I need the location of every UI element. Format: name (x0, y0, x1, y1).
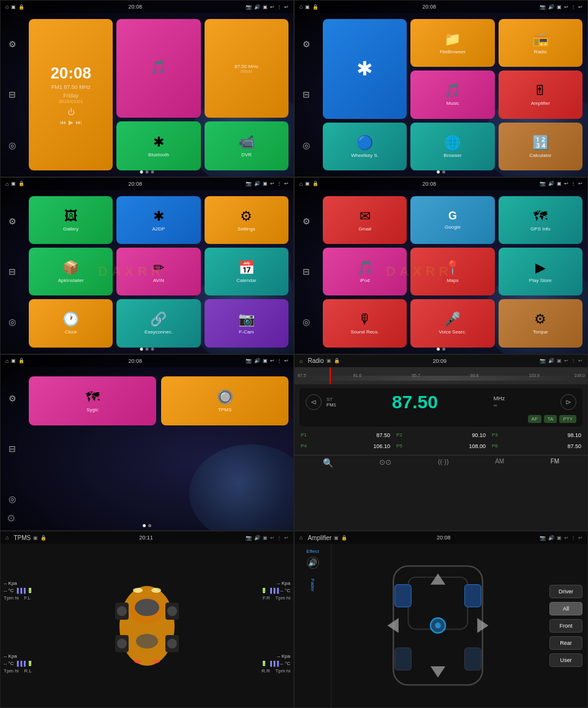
music-tile[interactable]: 🎵 (116, 19, 200, 118)
home-icon-p2[interactable]: ⌂ (300, 4, 303, 10)
home-icon-p1[interactable]: ⌂ (6, 4, 9, 10)
rear-btn[interactable]: Rear (549, 636, 582, 650)
rds-btn[interactable]: ((·)) (438, 458, 449, 468)
nav-location-p4[interactable]: ◎ (298, 313, 315, 330)
maps-tile[interactable]: 📍 Maps (410, 248, 494, 295)
pty-btn[interactable]: PTY (559, 415, 576, 423)
nav-location-p1[interactable]: ◎ (4, 137, 21, 154)
user-btn[interactable]: User (549, 653, 582, 667)
preset-p4[interactable]: P4 106.10 (298, 441, 393, 451)
nav-location-p5[interactable]: ◎ (4, 490, 21, 508)
nav-location-p3[interactable]: ◎ (4, 313, 21, 330)
calculator-tile[interactable]: 🔢 Calculator (499, 123, 582, 170)
clock-date: 2016/01/01 (59, 99, 83, 104)
gmail-tile[interactable]: ✉ Gmail (323, 196, 407, 244)
prev-btn[interactable]: ⏮ (60, 119, 66, 126)
dots-bar-p4 (437, 348, 445, 351)
bt-big-tile[interactable]: ✱ (323, 19, 407, 119)
radio-fm-label: FM1 (326, 402, 336, 408)
nav-settings-p5[interactable]: ⚙ (4, 390, 21, 407)
dvr-label: DVR (241, 152, 252, 158)
nav-sliders-p4[interactable]: ⊟ (298, 263, 315, 280)
filebrowser-tile[interactable]: 📁 FileBrowser (410, 19, 494, 67)
dvr-tile[interactable]: 📹 DVR (205, 121, 288, 170)
am-btn[interactable]: AM (495, 458, 504, 468)
radio-tile-p2[interactable]: 📻 Radio (499, 19, 582, 67)
nav-settings-p2[interactable]: ⚙ (298, 36, 315, 53)
preset-p2[interactable]: P2 90.10 (394, 430, 488, 440)
af-btn[interactable]: AF (528, 415, 541, 423)
nav-settings-p4[interactable]: ⚙ (298, 213, 315, 230)
effect-icon[interactable]: 🔊 (307, 557, 319, 569)
easyconnect-tile[interactable]: 🔗 Easyconnec. (116, 299, 200, 347)
preset-p6[interactable]: P6 87.50 (489, 441, 584, 451)
nav-sliders-p2[interactable]: ⊟ (298, 86, 315, 103)
power-btn[interactable]: ⏻ (67, 108, 75, 116)
nav-settings-p3[interactable]: ⚙ (4, 213, 21, 230)
tpms-app-tile[interactable]: 🔘 TPMS (161, 376, 288, 425)
play-btn[interactable]: ▶ (69, 119, 74, 126)
preset-p1[interactable]: P1 87.50 (298, 430, 393, 440)
back-icon-p1[interactable]: ↩ (284, 4, 288, 10)
soundrec-tile[interactable]: 🎙 Sound Reco. (323, 299, 407, 347)
fcam-tile[interactable]: 📷 F-Cam (205, 299, 288, 347)
all-btn[interactable]: All (549, 602, 582, 615)
gallery-tile[interactable]: 🖼 Gallery (29, 196, 113, 244)
nav-sliders-p5[interactable]: ⊟ (4, 440, 21, 457)
dots-bar-p3 (140, 348, 154, 351)
front-btn[interactable]: Front (549, 619, 582, 633)
home-icon-p4[interactable]: ⌂ (300, 181, 303, 187)
next-radio-btn[interactable]: ⊳ (560, 394, 576, 410)
nav-settings-p1[interactable]: ⚙ (4, 36, 21, 53)
google-tile[interactable]: G Google (410, 196, 494, 244)
sygic-tile[interactable]: 🗺 Sygic (29, 376, 156, 425)
side-nav-p5: ⚙ ⊟ ◎ (1, 367, 24, 531)
home-icon-p5[interactable]: ⌂ (6, 358, 9, 364)
home-icon-p3[interactable]: ⌂ (6, 181, 9, 187)
amplifier-tile[interactable]: 🎚 Amplifier (499, 70, 582, 118)
avin-tile[interactable]: ✏ AVIN (116, 248, 200, 295)
settings-tile[interactable]: ⚙ Settings (205, 196, 288, 244)
bluetooth-tile[interactable]: ✱ Bluetooth (116, 121, 200, 170)
fm-btn[interactable]: FM (551, 458, 559, 468)
search-radio-btn[interactable]: 🔍 (323, 458, 333, 468)
home-icon-p6[interactable]: ⌂ (300, 358, 303, 364)
svg-marker-25 (431, 666, 445, 677)
panel-sygic: ⌂ ▣ 🔒 20:08 📷 🔊 ▣ ↩ ⋮ ↩ ⚙ ⊟ ◎ 🗺 (0, 354, 294, 531)
radio-wave-tile[interactable]: 87.50 MHz |||||||||||| (205, 19, 288, 118)
home-icon-p7[interactable]: ⌂ (6, 535, 9, 541)
preset-p3[interactable]: P3 98.10 (489, 430, 584, 440)
a2dp-tile[interactable]: ✱ A2DP (116, 196, 200, 244)
torque-tile[interactable]: ⚙ Torque (499, 299, 582, 347)
apkinstaller-tile[interactable]: 📦 ApkInstaller (29, 248, 113, 295)
ipod-tile[interactable]: 🎵 iPod (323, 248, 407, 295)
browser-tile[interactable]: 🌐 Browser (410, 123, 494, 170)
dvr-icon: 📹 (238, 134, 255, 150)
preset-p5[interactable]: P5 108.00 (394, 441, 488, 451)
driver-btn[interactable]: Driver (549, 585, 582, 598)
nav-location-p2[interactable]: ◎ (298, 137, 315, 154)
next-btn[interactable]: ⏭ (76, 119, 82, 126)
nav-sliders-p3[interactable]: ⊟ (4, 263, 21, 280)
music-tile-p2[interactable]: 🎵 Music (410, 70, 494, 118)
svg-rect-21 (465, 648, 481, 670)
radio-bottom-bar: 🔍 ⊙⊙ ((·)) AM FM (295, 455, 587, 470)
home-icon-p8[interactable]: ⌂ (300, 535, 303, 541)
clock-tile[interactable]: 20:08 FM1 87.50 MHz Friday 2016/01/01 ⏻ … (29, 19, 113, 170)
time-p3: 20:08 (128, 181, 142, 187)
svg-marker-24 (431, 574, 445, 585)
clock-app-tile[interactable]: 🕐 Clock (29, 299, 113, 347)
gpsinfo-tile[interactable]: 🗺 GPS Info (499, 196, 582, 244)
more-icon-p1[interactable]: ⋮ (277, 4, 282, 10)
prev-radio-btn[interactable]: ⊲ (306, 394, 322, 410)
voicesearch-tile[interactable]: 🎤 Voice Searc. (410, 299, 494, 347)
wheelkey-tile[interactable]: 🔵 Wheelkey S. (323, 123, 407, 170)
apps2-content: ✱ 📁 FileBrowser 📻 Radio 🎵 Music 🎚 Amplif… (318, 13, 587, 177)
calendar-tile[interactable]: 📅 Calendar (205, 248, 288, 295)
tpms-content: -- Kpa -- °C ▐▐▐ 🔋 Tpm hi F.L -- Kpa 🔋 ▐… (1, 544, 293, 707)
nav-sliders-p1[interactable]: ⊟ (4, 86, 21, 103)
ta-btn[interactable]: TA (544, 415, 557, 423)
scan-btn[interactable]: ⊙⊙ (379, 458, 391, 468)
playstore-tile[interactable]: ▶ Play Store (499, 248, 582, 295)
music-icon: 🎵 (150, 59, 167, 75)
